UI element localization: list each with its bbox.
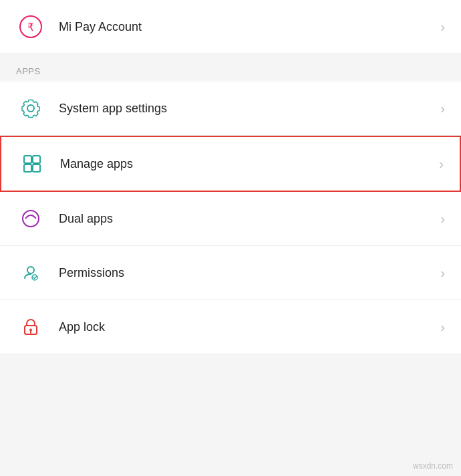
svg-rect-5 — [33, 164, 40, 172]
chevron-right-icon: › — [439, 156, 444, 172]
lock-icon — [16, 312, 45, 342]
app-lock-label: App lock — [59, 320, 435, 334]
svg-rect-3 — [33, 156, 40, 163]
chevron-right-icon: › — [440, 101, 445, 116]
permissions-icon — [16, 258, 45, 287]
permissions-label: Permissions — [59, 266, 435, 280]
chevron-right-icon: › — [440, 320, 445, 335]
manage-apps-label: Manage apps — [60, 157, 434, 171]
app-lock-item[interactable]: App lock › — [0, 300, 461, 354]
chevron-right-icon: › — [440, 265, 445, 281]
dual-apps-icon — [16, 204, 45, 233]
mi-pay-account-label: Mi Pay Account — [59, 20, 435, 34]
dual-apps-label: Dual apps — [59, 212, 435, 226]
manage-apps-item[interactable]: Manage apps › — [0, 136, 461, 192]
apps-grid-icon — [17, 149, 47, 178]
rupee-icon: ₹ — [16, 12, 45, 41]
mi-pay-account-item[interactable]: ₹ Mi Pay Account › — [0, 0, 461, 54]
permissions-item[interactable]: Permissions › — [0, 246, 461, 300]
chevron-right-icon: › — [440, 211, 445, 227]
svg-rect-2 — [24, 156, 31, 163]
apps-section-header: APPS — [0, 54, 461, 82]
system-app-settings-label: System app settings — [59, 102, 435, 116]
watermark: wsxdn.com — [413, 461, 453, 471]
svg-rect-4 — [24, 164, 31, 172]
settings-list: ₹ Mi Pay Account › APPS System app setti… — [0, 0, 461, 354]
gear-icon — [16, 94, 45, 123]
system-app-settings-item[interactable]: System app settings › — [0, 82, 461, 136]
dual-apps-item[interactable]: Dual apps › — [0, 192, 461, 246]
svg-text:₹: ₹ — [27, 21, 34, 33]
svg-point-7 — [27, 267, 34, 273]
svg-point-6 — [23, 211, 39, 227]
chevron-right-icon: › — [440, 19, 445, 35]
